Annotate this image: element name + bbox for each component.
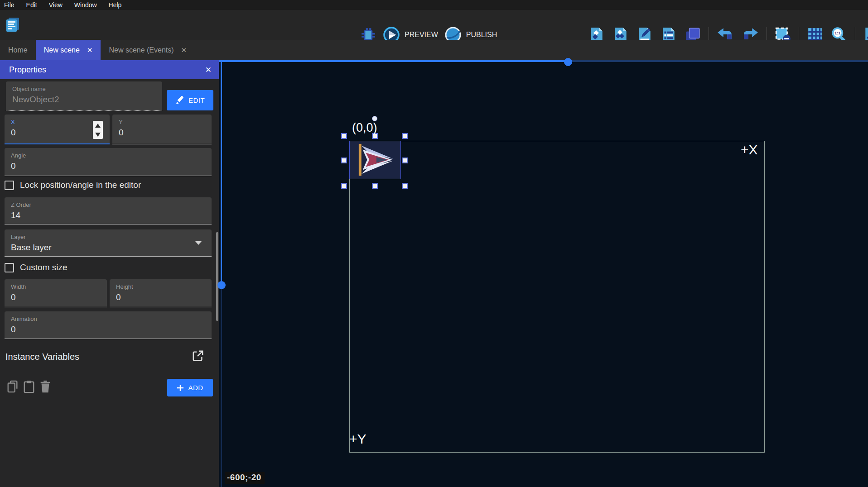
x-position-field[interactable]: X 0 <box>5 115 110 144</box>
object-name-label: Object name <box>12 86 162 92</box>
stepper-down-icon[interactable] <box>95 133 101 137</box>
angle-field-label: Angle <box>11 152 212 159</box>
origin-coordinates-label: (0,0) <box>352 121 377 135</box>
paste-icon[interactable] <box>23 380 35 393</box>
stepper-up-icon[interactable] <box>95 124 101 128</box>
pencil-icon <box>175 96 184 105</box>
layer-select[interactable]: Layer Base layer <box>5 229 212 257</box>
tab-new-scene-label: New scene <box>44 46 80 54</box>
instance-variables-title: Instance Variables <box>5 352 79 362</box>
width-value: 0 <box>11 292 107 302</box>
gdevelop-window: File Edit View Window Help <box>0 0 868 487</box>
animation-field[interactable]: Animation 0 <box>5 311 212 339</box>
resize-handle-top-left[interactable] <box>341 133 347 139</box>
tab-home[interactable]: Home <box>0 40 36 60</box>
tab-close-icon[interactable]: ✕ <box>87 46 93 54</box>
properties-panel-header: Properties ✕ <box>0 60 219 79</box>
project-manager-icon[interactable] <box>5 16 21 33</box>
z-order-label: Z Order <box>11 201 212 208</box>
open-variables-editor-icon[interactable] <box>192 349 204 363</box>
horizontal-scrollbar-thumb[interactable] <box>564 58 572 66</box>
custom-size-row: Custom size <box>5 263 68 272</box>
preview-label: PREVIEW <box>405 31 438 39</box>
caret-down-icon <box>195 241 202 245</box>
close-panel-icon[interactable]: ✕ <box>205 65 212 75</box>
height-label: Height <box>116 283 212 290</box>
layer-value: Base layer <box>11 243 212 253</box>
scene-canvas[interactable]: (0,0) +X +Y -600;-20 <box>219 60 868 487</box>
menu-view[interactable]: View <box>49 1 63 9</box>
layer-label: Layer <box>11 234 212 240</box>
selected-sprite-instance[interactable] <box>349 141 401 179</box>
angle-field[interactable]: Angle 0 <box>5 148 212 176</box>
menu-window[interactable]: Window <box>74 1 97 9</box>
animation-label: Animation <box>11 315 212 322</box>
svg-text:1:1: 1:1 <box>834 30 841 35</box>
resize-handle-bottom-right[interactable] <box>402 183 408 189</box>
edit-button-label: EDIT <box>188 96 205 104</box>
y-field-label: Y <box>119 119 212 125</box>
tab-new-scene-events-label: New scene (Events) <box>109 46 174 54</box>
z-order-field[interactable]: Z Order 14 <box>5 197 212 224</box>
lock-position-label: Lock position/angle in the editor <box>20 180 141 190</box>
vertical-scrollbar-track[interactable] <box>221 285 222 487</box>
height-field[interactable]: Height 0 <box>110 279 212 307</box>
animation-value: 0 <box>11 325 212 334</box>
custom-size-label: Custom size <box>20 263 68 272</box>
add-button-label: ADD <box>188 384 203 392</box>
resize-handle-top-right[interactable] <box>402 133 408 139</box>
properties-panel: Properties ✕ Object name NewObject2 EDIT… <box>0 60 219 487</box>
width-label: Width <box>11 283 107 290</box>
y-axis-label: +Y <box>349 431 366 447</box>
tab-home-label: Home <box>8 46 28 54</box>
horizontal-scrollbar[interactable] <box>219 60 568 62</box>
edit-object-button[interactable]: EDIT <box>167 90 213 110</box>
scene-window-frame <box>349 141 765 453</box>
resize-handle-bottom-center[interactable] <box>372 183 378 189</box>
z-order-value: 14 <box>11 210 212 220</box>
angle-field-value: 0 <box>11 161 212 171</box>
plus-icon <box>177 384 184 392</box>
tab-new-scene[interactable]: New scene ✕ <box>36 40 101 60</box>
height-value: 0 <box>116 292 212 302</box>
panel-scrollbar[interactable] <box>216 232 218 321</box>
delete-icon[interactable] <box>39 380 52 393</box>
tab-bar: Home New scene ✕ New scene (Events) ✕ <box>0 40 868 60</box>
horizontal-scrollbar-track[interactable] <box>568 60 868 62</box>
tab-new-scene-events[interactable]: New scene (Events) ✕ <box>101 40 195 60</box>
x-field-stepper[interactable] <box>93 121 103 139</box>
properties-title: Properties <box>9 65 46 75</box>
lock-position-row: Lock position/angle in the editor <box>5 180 141 190</box>
resize-handle-bottom-left[interactable] <box>341 183 347 189</box>
lock-position-checkbox[interactable] <box>5 181 14 190</box>
publish-label: PUBLISH <box>466 31 497 39</box>
resize-handle-mid-right[interactable] <box>402 158 408 163</box>
y-position-field[interactable]: Y 0 <box>112 115 212 144</box>
add-variable-button[interactable]: ADD <box>167 379 213 396</box>
tab-close-icon[interactable]: ✕ <box>181 46 187 54</box>
object-name-field[interactable]: Object name NewObject2 <box>6 81 162 111</box>
menu-bar: File Edit View Window Help <box>0 0 868 10</box>
menu-edit[interactable]: Edit <box>26 1 37 9</box>
cursor-coordinates-readout: -600;-20 <box>225 472 265 484</box>
x-axis-label: +X <box>741 142 758 158</box>
vertical-scrollbar[interactable] <box>221 60 222 285</box>
width-field[interactable]: Width 0 <box>5 279 107 307</box>
spaceship-sprite <box>350 141 400 179</box>
menu-file[interactable]: File <box>4 1 14 9</box>
object-name-value: NewObject2 <box>12 95 162 105</box>
copy-icon[interactable] <box>6 380 19 393</box>
resize-handle-mid-left[interactable] <box>341 158 347 163</box>
custom-size-checkbox[interactable] <box>5 263 14 272</box>
main-toolbar: PREVIEW PUBLISH <box>0 10 868 40</box>
y-field-value: 0 <box>119 128 212 138</box>
menu-help[interactable]: Help <box>109 1 122 9</box>
vertical-scrollbar-thumb[interactable] <box>217 281 226 289</box>
